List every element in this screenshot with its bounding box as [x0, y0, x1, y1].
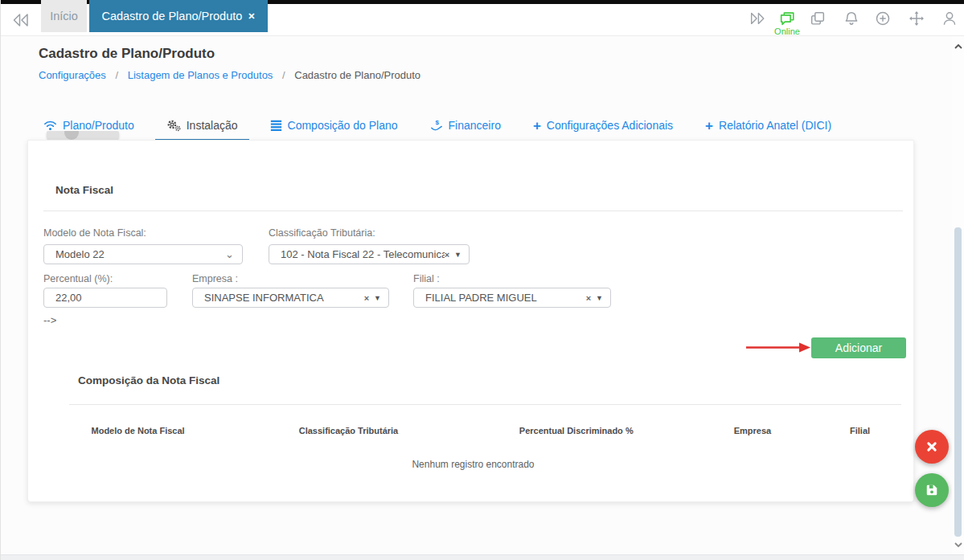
section-title-nota-fiscal: Nota Fiscal [55, 184, 113, 196]
tab-label: Instalação [187, 119, 238, 132]
percentual-input[interactable] [43, 288, 167, 308]
col-filial: Filial [817, 421, 903, 440]
tab-label: Composição do Plano [288, 119, 398, 132]
window-tab-label: Cadastro de Plano/Produto [101, 10, 242, 22]
col-percentual-discriminado: Percentual Discriminado % [465, 421, 688, 440]
breadcrumb-separator: / [282, 69, 285, 81]
empty-table-message: Nenhum registro encontrado [43, 459, 903, 470]
cancel-fab-button[interactable] [915, 430, 949, 464]
label-modelo-nota-fiscal: Modelo de Nota Fiscal: [43, 227, 146, 239]
scroll-up-icon[interactable] [953, 42, 964, 51]
col-modelo-nota-fiscal: Modelo de Nota Fiscal [43, 421, 232, 440]
dropdown-caret-icon[interactable]: ▼ [374, 294, 381, 302]
move-fullscreen-icon[interactable] [908, 10, 925, 27]
clear-selection-icon[interactable]: × [364, 293, 369, 303]
label-classificacao-tributaria: Classificação Tributária: [269, 227, 375, 239]
breadcrumb-current: Cadastro de Plano/Produto [294, 69, 420, 81]
scrollbar-thumb[interactable] [954, 227, 962, 537]
svg-text:$: $ [435, 119, 439, 126]
copy-windows-icon[interactable] [809, 10, 827, 27]
composicao-table: Modelo de Nota Fiscal Classificação Trib… [43, 421, 903, 440]
save-fab-button[interactable] [915, 473, 949, 507]
money-hand-icon: $ [430, 119, 443, 132]
online-status-label: Online [769, 27, 805, 36]
col-empresa: Empresa [688, 421, 817, 440]
toggle-knob [64, 131, 79, 140]
stray-arrow-text: --> [43, 314, 56, 326]
select-filial[interactable]: FILIAL PADRE MIGUEL × ▼ [413, 288, 611, 308]
clear-selection-icon[interactable]: × [445, 250, 449, 260]
tab-label: Relatório Anatel (DICI) [719, 119, 831, 132]
bottom-strip [1, 554, 964, 560]
tab-relatorio-anatel-dici[interactable]: + Relatório Anatel (DICI) [689, 111, 847, 140]
notifications-bell-icon[interactable] [843, 10, 860, 27]
save-floppy-icon [924, 482, 940, 498]
tab-composicao-do-plano[interactable]: Composição do Plano [254, 111, 414, 140]
chevron-down-icon[interactable]: ⌄ [225, 248, 234, 260]
tab-label: Financeiro [449, 119, 501, 132]
dropdown-caret-icon[interactable]: ▼ [596, 294, 603, 302]
select-value: FILIAL PADRE MIGUEL [414, 292, 586, 304]
window-tab-label: Início [50, 10, 78, 22]
close-tab-icon[interactable]: ✕ [248, 12, 255, 21]
window-tab-cadastro-plano-produto[interactable]: Cadastro de Plano/Produto ✕ [89, 0, 268, 32]
section-divider [69, 404, 901, 405]
select-empresa[interactable]: SINAPSE INFORMATICA × ▼ [192, 288, 389, 308]
gears-icon [166, 119, 181, 132]
dropdown-caret-icon[interactable]: ▼ [454, 251, 461, 259]
page-title: Cadastro de Plano/Produto [39, 46, 215, 62]
wifi-icon [43, 120, 57, 131]
select-value: 102 - Nota Fiscal 22 - Telecomunicaç... [269, 248, 445, 260]
window-tab-inicio[interactable]: Início [41, 0, 87, 32]
tab-label: Plano/Produto [63, 119, 134, 132]
chat-online-icon[interactable] [778, 10, 796, 27]
annotation-arrow-icon [745, 341, 811, 354]
select-value: Modelo 22 [44, 248, 225, 260]
add-new-icon[interactable] [874, 10, 892, 27]
col-classificacao-tributaria: Classificação Tributária [232, 421, 465, 440]
tab-configuracoes-adicionais[interactable]: + Configurações Adicionais [517, 111, 689, 140]
adicionar-button[interactable]: Adicionar [811, 337, 906, 358]
select-classificacao-tributaria[interactable]: 102 - Nota Fiscal 22 - Telecomunicaç... … [269, 244, 470, 264]
label-empresa: Empresa : [192, 273, 238, 284]
section-divider [43, 211, 903, 211]
breadcrumb-link-configuracoes[interactable]: Configurações [39, 69, 106, 81]
scroll-down-icon[interactable] [953, 540, 964, 550]
label-filial: Filial : [413, 273, 440, 284]
clear-selection-icon[interactable]: × [586, 293, 591, 303]
table-header-row: Modelo de Nota Fiscal Classificação Trib… [43, 421, 903, 440]
label-percentual: Percentual (%): [43, 273, 113, 284]
section-title-composicao: Composição da Nota Fiscal [78, 374, 219, 386]
tab-financeiro[interactable]: $ Financeiro [414, 111, 517, 140]
list-icon [270, 120, 282, 131]
plus-icon: + [705, 119, 713, 133]
forward-tabs-icon[interactable] [749, 10, 766, 27]
user-profile-icon[interactable] [941, 10, 958, 27]
tab-label: Configurações Adicionais [547, 119, 673, 132]
tab-instalacao[interactable]: Instalação [150, 111, 254, 140]
select-value: SINAPSE INFORMATICA [193, 292, 364, 304]
app-window: Início Cadastro de Plano/Produto ✕ Onlin… [0, 0, 964, 560]
plus-icon: + [533, 119, 541, 133]
breadcrumb-separator: / [115, 69, 118, 81]
plan-tabs-bar: Plano/Produto Instalação Composição do P… [27, 111, 847, 140]
collapse-tabs-icon[interactable] [11, 11, 31, 29]
close-x-icon [924, 439, 940, 455]
breadcrumb: Configurações / Listagem de Planos e Pro… [39, 69, 420, 81]
instalacao-panel [27, 140, 914, 502]
select-modelo-nota-fiscal[interactable]: Modelo 22 ⌄ [43, 244, 243, 264]
breadcrumb-link-listagem[interactable]: Listagem de Planos e Produtos [128, 69, 273, 81]
